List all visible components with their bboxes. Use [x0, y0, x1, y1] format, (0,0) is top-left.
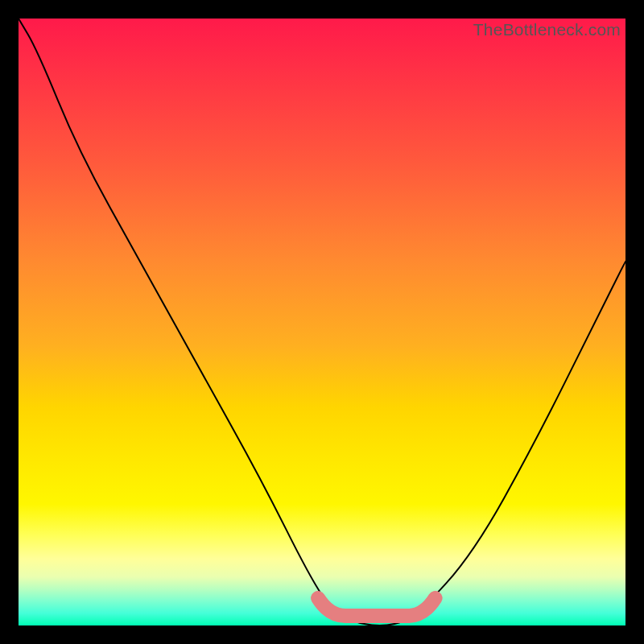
chart-frame: TheBottleneck.com [0, 0, 644, 644]
optimal-range-rider [318, 598, 435, 616]
bottleneck-curve [19, 19, 625, 625]
chart-plot-area: TheBottleneck.com [19, 19, 625, 625]
chart-svg [19, 19, 625, 625]
